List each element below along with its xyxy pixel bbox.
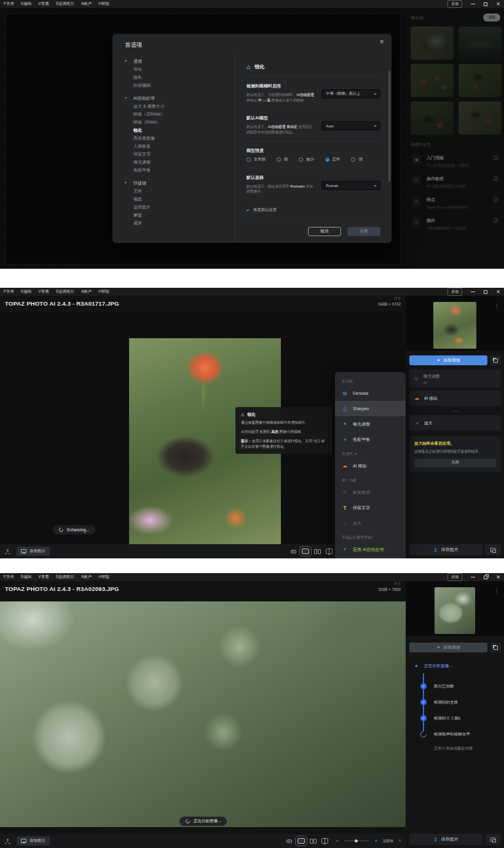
chevron-up-icon[interactable]: ^ (399, 839, 401, 843)
maximize-icon[interactable] (484, 290, 487, 294)
strength-radio[interactable]: 非常弱 (246, 157, 266, 162)
preview-toggle-eye-icon[interactable] (286, 839, 292, 843)
prefs-nav-item[interactable]: ▾ 通用 (126, 57, 235, 65)
prefs-nav-item[interactable]: ▾ 色彩平衡 (126, 166, 235, 174)
enhancement-menu-item[interactable]: △ Sharpen (335, 401, 406, 416)
save-image-button[interactable]: ↥ 保存图片 (409, 544, 482, 555)
menu-item[interactable]: V查看 (38, 1, 49, 7)
maximize-icon[interactable] (484, 2, 487, 6)
menu-item[interactable]: S选择图片 (56, 1, 74, 7)
preview-toggle-eye-icon[interactable] (291, 550, 296, 553)
prefs-nav-item[interactable]: ▾ 隐私 (126, 73, 235, 81)
enhancement-menu-item[interactable]: 生成式 AI (335, 447, 406, 458)
strength-radio[interactable]: 较少 (299, 157, 314, 162)
prefs-nav-item[interactable]: ▾ 快捷键 (126, 179, 235, 187)
menu-item[interactable]: S选择图片 (56, 574, 74, 580)
add-image-button[interactable]: 添加图片 (17, 547, 50, 556)
menu-item[interactable]: H帮助 (98, 574, 109, 580)
kebab-menu-icon[interactable]: ⋮ (494, 303, 499, 309)
side-by-side-view-button[interactable] (314, 549, 321, 554)
enhancement-menu-item[interactable]: ☺ 恢复面部 (335, 485, 406, 500)
enhancement-menu-item[interactable]: ◑ 色彩平衡 (335, 432, 406, 447)
menu-item[interactable]: H帮助 (98, 289, 109, 295)
prefs-nav-item[interactable]: ▾ 视图 (126, 195, 235, 203)
menu-item[interactable]: A账户 (81, 574, 92, 580)
minimize-icon[interactable] (471, 291, 475, 292)
add-enhancement-button-disabled[interactable]: ✦ 添加增强 (409, 643, 487, 652)
menu-item[interactable]: H帮助 (98, 1, 109, 7)
strength-radio[interactable]: 弱 (277, 157, 288, 162)
add-image-button[interactable]: 添加图片 (17, 836, 50, 846)
export-settings-button[interactable] (485, 834, 501, 845)
close-icon[interactable]: ✕ (496, 2, 500, 7)
prefs-nav-item[interactable]: ▾ 导出 (126, 65, 235, 73)
feedback-button[interactable]: 反馈 (447, 0, 462, 8)
close-icon[interactable]: ✕ (379, 39, 384, 45)
strength-radio[interactable]: 强 (351, 157, 362, 162)
import-button[interactable]: ↥ (5, 839, 10, 844)
prefs-nav-item[interactable]: ▾ 放大 & 调整大小 (126, 102, 235, 110)
zoom-slider-handle[interactable] (355, 839, 358, 842)
menu-item[interactable]: V查看 (38, 289, 49, 295)
menu-item[interactable]: F文件 (4, 574, 14, 580)
ai-remove-filter-card[interactable]: ☁ AI 移除 (409, 390, 501, 406)
image-thumbnail[interactable] (433, 302, 476, 349)
upscale-filter-card[interactable]: ↔ 放大 (409, 415, 501, 430)
photo-preview[interactable] (0, 601, 406, 827)
prefs-nav-item[interactable]: ▾ 蒙版 (126, 211, 235, 219)
single-view-button[interactable] (302, 549, 309, 554)
menu-item[interactable]: E编辑 (21, 289, 31, 295)
menu-item[interactable]: F文件 (4, 289, 14, 295)
menu-item[interactable]: F文件 (4, 1, 14, 7)
strength-radio[interactable]: 正常 (325, 157, 341, 162)
apply-button[interactable]: 应用 (347, 227, 380, 236)
single-view-button[interactable] (297, 838, 305, 844)
zoom-slider[interactable] (344, 841, 369, 841)
scrollbar[interactable] (388, 71, 390, 181)
enhancement-menu-item[interactable]: 多功能 (335, 374, 406, 386)
crop-button[interactable] (490, 643, 501, 652)
export-settings-button[interactable] (485, 544, 501, 555)
prefs-nav-item[interactable]: ▾ AI自动处理 (126, 94, 235, 102)
blur-threshold-dropdown[interactable]: 中等（模糊）及以上 ▾ (321, 89, 380, 98)
prefs-nav-item[interactable]: ▾ 裁剪 (126, 219, 235, 227)
cancel-button[interactable]: 取消 (308, 227, 341, 236)
restore-defaults-button[interactable]: ↩ 恢复默认设置 (246, 200, 380, 220)
prefs-nav-item[interactable]: ▾ 人脸恢复 (126, 142, 235, 150)
feedback-button[interactable]: 反馈 (447, 573, 462, 581)
prefs-nav-item[interactable]: ▾ 高质量图像 (126, 134, 235, 142)
exposure-filter-card[interactable]: ⊘ 曝光调整 AI (409, 370, 501, 387)
image-thumbnail[interactable] (435, 587, 475, 634)
restore-icon[interactable] (484, 576, 487, 579)
enhancement-menu-item[interactable]: ☁ AI 移除 (335, 458, 406, 474)
dismiss-button[interactable]: 关闭 (414, 459, 496, 467)
menu-item[interactable]: E编辑 (21, 1, 31, 7)
minimize-icon[interactable] (471, 4, 475, 4)
enhancement-menu-item[interactable]: ↔ 放大 (335, 515, 406, 531)
add-enhancement-button[interactable]: ✦ 添加增强 (409, 355, 487, 365)
import-button[interactable]: ↥ (5, 549, 10, 554)
prefs-nav-item[interactable]: ▾ 曝光调整 (126, 158, 235, 166)
crop-button[interactable] (490, 355, 501, 365)
enhancement-menu-item[interactable]: 不确定从哪里开始? (335, 531, 406, 542)
enhancement-menu-item[interactable]: 单一功能 (335, 474, 406, 485)
menu-item[interactable]: A账户 (81, 289, 92, 295)
enhancement-menu-item[interactable]: ☀ 曝光调整 (335, 416, 406, 432)
side-by-side-view-button[interactable] (310, 839, 317, 844)
prefs-nav-item[interactable]: ▾ 锐化 (126, 126, 235, 134)
feedback-button[interactable]: 反馈 (447, 288, 462, 296)
enhancement-menu-item[interactable]: ◍ Denoise (335, 386, 406, 401)
zoom-out-button[interactable]: − (336, 838, 339, 844)
menu-item[interactable]: S选择图片 (56, 289, 74, 295)
enhancement-menu-item[interactable]: ⚡ 应用 AI自动处理 (335, 542, 406, 557)
default-selection-dropdown[interactable]: Portrait ▾ (321, 181, 380, 190)
zoom-in-button[interactable]: + (374, 838, 377, 844)
kebab-menu-icon[interactable]: ⋮ (494, 588, 499, 594)
minimize-icon[interactable] (471, 577, 475, 577)
menu-item[interactable]: V查看 (38, 574, 49, 580)
prefs-nav-item[interactable]: ▾ 保留文字 (126, 150, 235, 158)
prefs-nav-item[interactable]: ▾ 降噪（RAW） (126, 118, 235, 126)
prefs-nav-item[interactable]: ▾ 降噪（非RAW） (126, 110, 235, 118)
editor-canvas[interactable]: Enhancing... △ 锐化 通过修复图像中模糊或软细节来增加细节。 AI… (0, 312, 406, 544)
menu-item[interactable]: A账户 (81, 1, 92, 7)
